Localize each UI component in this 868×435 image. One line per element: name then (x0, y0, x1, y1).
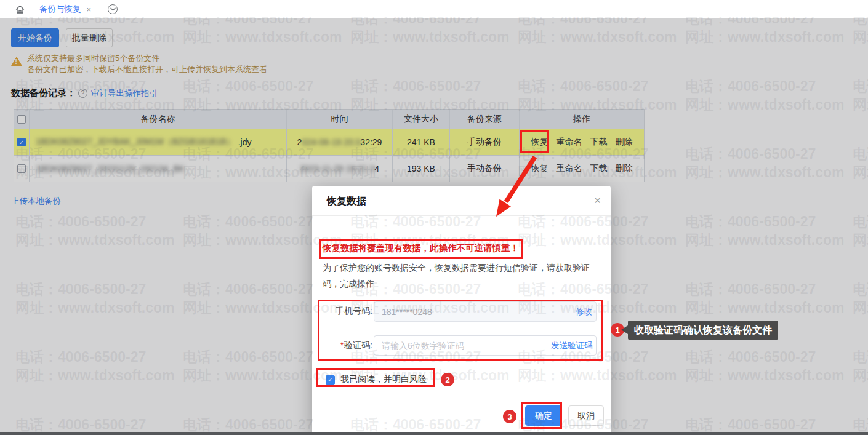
agree-row[interactable]: 我已阅读，并明白风险 (326, 374, 427, 385)
phone-input[interactable] (374, 301, 597, 322)
modal-header: 恢复数据 × (312, 186, 611, 216)
code-label-text: 验证码: (344, 340, 372, 350)
code-label: *验证码: (322, 340, 372, 351)
confirm-button[interactable]: 确定 (525, 405, 562, 426)
cancel-button[interactable]: 取消 (568, 405, 604, 426)
send-code-link[interactable]: 发送验证码 (551, 340, 593, 351)
modal-alert-text: 恢复数据将覆盖现有数据，此操作不可逆请慎重！ (323, 242, 519, 254)
required-mark: * (340, 340, 344, 350)
modify-link[interactable]: 修改 (576, 306, 592, 317)
agree-checkbox[interactable] (326, 375, 335, 385)
tab-bar: 备份与恢复 × (0, 0, 868, 18)
tab-list-dropdown-icon[interactable] (108, 4, 118, 14)
tab-close-icon[interactable]: × (87, 5, 92, 14)
modal-description: 为了保护您的账号数据安全，恢复数据需要进行短信验证，请获取验证码，完成操作 (323, 260, 603, 292)
agree-label: 我已阅读，并明白风险 (340, 374, 427, 385)
phone-label: 手机号码: (322, 306, 372, 317)
modal-footer-divider (312, 397, 611, 397)
tab-label: 备份与恢复 (39, 4, 81, 15)
backup-restore-page: 备份与恢复 × 开始备份 批量删除 系统仅支持最多同时保留5个备份文件 备份文件… (0, 0, 868, 435)
home-icon[interactable] (15, 4, 25, 15)
tab-backup-restore[interactable]: 备份与恢复 × (34, 0, 96, 18)
restore-data-modal: 恢复数据 × 恢复数据将覆盖现有数据，此操作不可逆请慎重！ 为了保护您的账号数据… (312, 186, 611, 432)
modal-close-icon[interactable]: × (594, 194, 601, 207)
modal-title: 恢复数据 (327, 195, 366, 208)
window-bottom-edge (0, 432, 868, 435)
